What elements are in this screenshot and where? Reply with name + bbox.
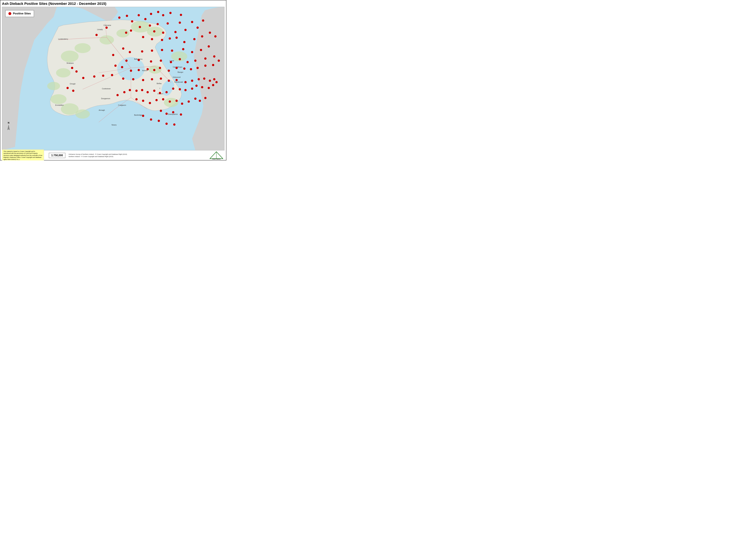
site-dot [139, 26, 141, 28]
site-dot [173, 124, 176, 126]
site-dot [208, 87, 210, 89]
north-arrow: N [6, 122, 11, 131]
site-dot [129, 51, 131, 53]
map-svg: Londonderry Strabane Omagh Enniskillen C… [2, 7, 224, 150]
site-dot [159, 92, 161, 94]
site-dot [160, 60, 162, 62]
svg-point-11 [56, 68, 71, 77]
site-dot [122, 47, 125, 50]
svg-text:Banbridge: Banbridge [134, 114, 142, 116]
svg-text:Bangor: Bangor [178, 71, 183, 73]
site-dot [209, 32, 211, 34]
site-dot [180, 14, 182, 16]
site-dot [176, 99, 178, 102]
site-dot [200, 49, 202, 51]
site-dot [138, 14, 140, 16]
site-dot [179, 21, 181, 24]
site-dot [159, 67, 161, 69]
site-dot [138, 69, 140, 71]
svg-point-15 [75, 109, 90, 119]
site-dot [96, 34, 98, 36]
site-dot [153, 30, 155, 33]
site-dot [204, 65, 207, 67]
legend-dot [9, 12, 11, 15]
site-dot [191, 80, 193, 82]
page-container: Ash Dieback Positive Sites (November 201… [0, 0, 226, 160]
site-dot [111, 74, 113, 76]
site-dot [191, 51, 193, 53]
footer-bar: This material is based on Crown Copyrigh… [2, 151, 224, 160]
site-dot [201, 35, 203, 38]
site-dot [203, 77, 205, 80]
site-dot [213, 55, 215, 58]
site-dot [212, 64, 214, 66]
site-dot [135, 90, 138, 92]
svg-text:Omagh: Omagh [70, 83, 75, 85]
site-dot [183, 68, 185, 70]
site-dot [144, 18, 147, 20]
svg-text:Enniskillen: Enniskillen [55, 104, 64, 106]
svg-point-12 [47, 82, 60, 90]
site-dot [204, 57, 207, 60]
site-dot [167, 22, 169, 25]
site-dot [193, 38, 196, 40]
footer-scale: 1:750,000 [49, 153, 65, 158]
site-dot [160, 77, 162, 80]
svg-point-9 [74, 43, 91, 53]
site-dot [93, 75, 96, 78]
site-dot [135, 98, 138, 100]
site-dot [201, 86, 203, 88]
svg-text:Londonderry: Londonderry [58, 38, 68, 40]
site-dot [165, 91, 168, 93]
site-dot [130, 29, 132, 32]
svg-text:FOREST SERVICE: FOREST SERVICE [212, 159, 221, 159]
svg-text:Holywood: Holywood [173, 76, 181, 78]
site-dot [202, 19, 204, 22]
site-dot [165, 123, 168, 125]
svg-point-13 [50, 94, 67, 104]
site-dot [214, 35, 216, 38]
svg-text:Limady: Limady [97, 28, 103, 30]
site-dot [169, 12, 172, 14]
site-dot [196, 27, 199, 29]
site-dot [156, 23, 159, 25]
site-dot [121, 66, 123, 68]
site-dot [122, 77, 125, 80]
svg-point-10 [61, 51, 79, 62]
site-dot [184, 29, 187, 31]
site-dot [141, 89, 143, 91]
site-dot [138, 59, 140, 61]
site-dot [168, 70, 170, 72]
site-dot [169, 37, 171, 40]
site-dot [191, 88, 193, 90]
svg-text:t: t [160, 87, 160, 89]
site-dot [132, 78, 134, 80]
site-dot [190, 68, 192, 70]
site-dot [218, 60, 220, 62]
site-dot [130, 70, 132, 72]
north-arrow-icon [6, 125, 11, 131]
site-dot [162, 98, 164, 100]
site-dot [125, 60, 127, 62]
map-area: Londonderry Strabane Omagh Enniskillen C… [2, 7, 224, 151]
site-dot [158, 120, 160, 122]
site-dot [149, 102, 151, 104]
site-dot [179, 58, 181, 60]
site-dot [153, 90, 155, 92]
site-dot [82, 77, 84, 79]
site-dot [176, 79, 178, 81]
site-dot [169, 100, 171, 103]
site-dot [142, 115, 144, 117]
svg-text:Dungannon: Dungannon [101, 98, 110, 99]
svg-text:Newry: Newry [112, 124, 117, 126]
footer-ordnance: Ordnance Survey of Northern Ireland - © … [69, 153, 207, 158]
site-dot [161, 39, 163, 41]
site-dot [114, 65, 117, 67]
site-dot [171, 49, 173, 52]
page-title: Ash Dieback Positive Sites (November 201… [2, 2, 106, 6]
site-dot [150, 13, 152, 15]
site-dot [142, 99, 144, 102]
site-dot [182, 48, 184, 50]
site-dot [123, 91, 126, 93]
site-dot [176, 37, 178, 39]
